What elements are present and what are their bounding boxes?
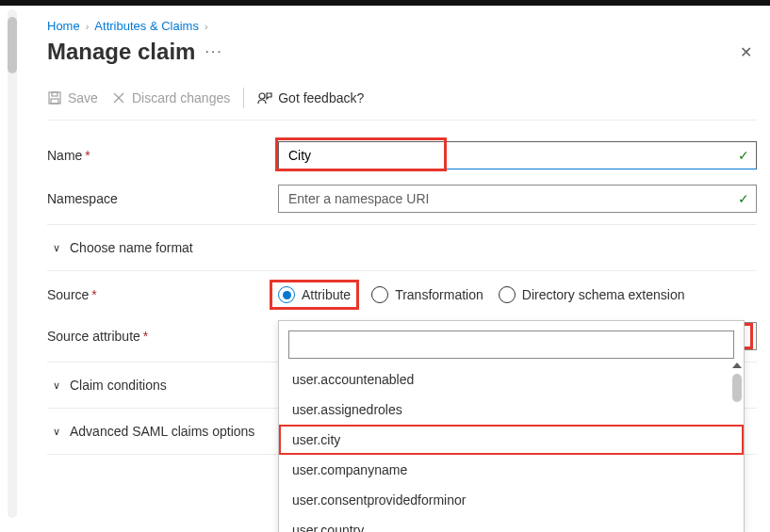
breadcrumb: Home › Attributes & Claims › xyxy=(47,13,757,37)
chevron-down-icon: ∨ xyxy=(53,426,60,438)
namespace-label: Namespace xyxy=(47,191,278,206)
toolbar: Save Discard changes Got feedback? xyxy=(47,82,757,121)
chevron-down-icon: ∨ xyxy=(53,242,60,254)
chevron-right-icon: › xyxy=(205,21,208,32)
feedback-icon xyxy=(257,90,272,105)
close-button[interactable]: ✕ xyxy=(734,40,757,63)
dropdown-options: user.accountenableduser.assignedrolesuse… xyxy=(279,364,744,532)
svg-rect-2 xyxy=(51,99,58,104)
source-label: Source* xyxy=(47,287,278,302)
dropdown-option[interactable]: user.country xyxy=(279,515,744,532)
dropdown-option[interactable]: user.consentprovidedforminor xyxy=(279,485,744,515)
dropdown-search-input[interactable] xyxy=(288,330,734,359)
svg-point-5 xyxy=(259,93,265,99)
radio-transformation[interactable]: Transformation xyxy=(371,286,483,303)
source-attribute-dropdown-panel: user.accountenableduser.assignedrolesuse… xyxy=(278,320,745,532)
breadcrumb-home[interactable]: Home xyxy=(47,19,80,33)
dropdown-option[interactable]: user.companyname xyxy=(279,455,744,485)
source-attribute-label: Source attribute* xyxy=(47,329,278,344)
breadcrumb-attributes[interactable]: Attributes & Claims xyxy=(94,19,199,33)
page-title: Manage claim xyxy=(47,39,195,65)
radio-directory-schema[interactable]: Directory schema extension xyxy=(499,286,685,303)
discard-button[interactable]: Discard changes xyxy=(111,90,230,105)
check-icon: ✓ xyxy=(738,148,749,163)
chevron-down-icon: ∨ xyxy=(53,379,60,392)
page-scrollbar-track xyxy=(8,9,17,518)
dropdown-option[interactable]: user.city xyxy=(279,425,744,455)
save-button[interactable]: Save xyxy=(47,90,98,105)
dropdown-scrollbar[interactable] xyxy=(732,374,742,532)
page-scrollbar-thumb[interactable] xyxy=(8,17,17,73)
name-input[interactable] xyxy=(278,141,757,169)
check-icon: ✓ xyxy=(738,191,749,206)
dropdown-option[interactable]: user.assignedroles xyxy=(279,395,744,425)
feedback-button[interactable]: Got feedback? xyxy=(257,90,364,105)
more-icon[interactable]: ··· xyxy=(205,43,222,60)
expander-name-format[interactable]: ∨ Choose name format xyxy=(47,229,757,266)
save-icon xyxy=(47,90,62,105)
radio-attribute[interactable]: Attribute xyxy=(272,282,356,307)
namespace-input[interactable] xyxy=(278,185,757,213)
discard-icon xyxy=(111,90,126,105)
chevron-right-icon: › xyxy=(86,21,90,32)
name-label: Name* xyxy=(47,148,278,163)
dropdown-option[interactable]: user.accountenabled xyxy=(279,364,744,395)
svg-rect-1 xyxy=(52,92,57,96)
